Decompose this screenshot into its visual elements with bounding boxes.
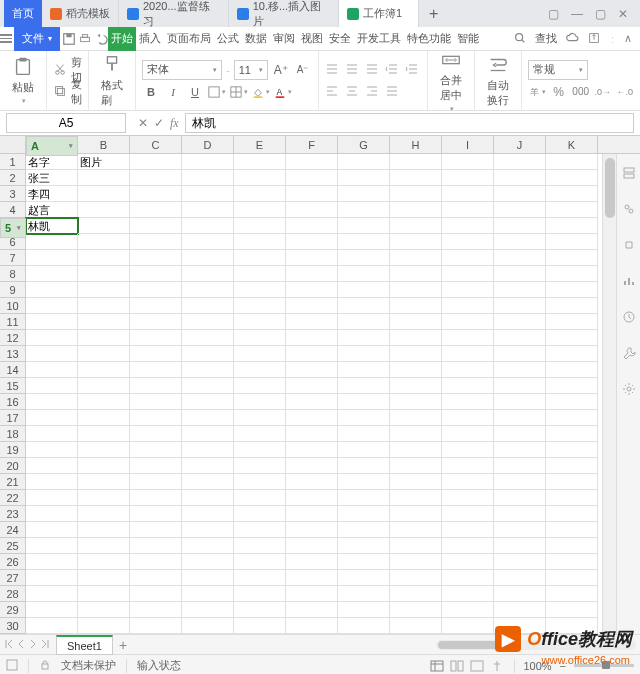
cell-D28[interactable] xyxy=(182,586,234,602)
cell-I11[interactable] xyxy=(442,314,494,330)
row-header-15[interactable]: 15 xyxy=(0,378,26,394)
row-header-14[interactable]: 14 xyxy=(0,362,26,378)
row-header-24[interactable]: 24 xyxy=(0,522,26,538)
cell-H5[interactable] xyxy=(390,218,442,234)
ribbon-opts-icon[interactable]: ▢ xyxy=(548,7,559,21)
add-sheet-button[interactable]: + xyxy=(119,637,127,653)
formula-input[interactable]: 林凯 xyxy=(185,113,634,133)
cell-A9[interactable] xyxy=(26,282,78,298)
cell-I6[interactable] xyxy=(442,234,494,250)
cell-I27[interactable] xyxy=(442,570,494,586)
cell-F5[interactable] xyxy=(286,218,338,234)
row-header-23[interactable]: 23 xyxy=(0,506,26,522)
cell-E24[interactable] xyxy=(234,522,286,538)
cell-C1[interactable] xyxy=(130,154,182,170)
cell-H6[interactable] xyxy=(390,234,442,250)
cell-C14[interactable] xyxy=(130,362,182,378)
app-menu-icon[interactable] xyxy=(0,34,12,43)
cell-A4[interactable]: 赵言 xyxy=(26,202,78,218)
sheet-nav-last-icon[interactable] xyxy=(40,639,50,651)
cell-A3[interactable]: 李四 xyxy=(26,186,78,202)
cell-J15[interactable] xyxy=(494,378,546,394)
cell-I30[interactable] xyxy=(442,618,494,634)
side-settings-icon[interactable] xyxy=(622,382,636,400)
cell-C28[interactable] xyxy=(130,586,182,602)
cell-J19[interactable] xyxy=(494,442,546,458)
cell-J13[interactable] xyxy=(494,346,546,362)
cell-H21[interactable] xyxy=(390,474,442,490)
cell-I10[interactable] xyxy=(442,298,494,314)
cell-E10[interactable] xyxy=(234,298,286,314)
cell-F9[interactable] xyxy=(286,282,338,298)
increase-font-icon[interactable]: A⁺ xyxy=(272,61,290,79)
cell-I29[interactable] xyxy=(442,602,494,618)
cell-I13[interactable] xyxy=(442,346,494,362)
cell-A22[interactable] xyxy=(26,490,78,506)
cell-D1[interactable] xyxy=(182,154,234,170)
column-header-J[interactable]: J xyxy=(494,136,546,153)
thumb-vertical[interactable] xyxy=(605,158,615,218)
row-header-4[interactable]: 4 xyxy=(0,202,26,218)
row-header-28[interactable]: 28 xyxy=(0,586,26,602)
cell-D10[interactable] xyxy=(182,298,234,314)
cell-B8[interactable] xyxy=(78,266,130,282)
status-menu-icon[interactable] xyxy=(6,659,18,673)
cell-D27[interactable] xyxy=(182,570,234,586)
cell-G11[interactable] xyxy=(338,314,390,330)
cell-G29[interactable] xyxy=(338,602,390,618)
cell-A28[interactable] xyxy=(26,586,78,602)
cell-F28[interactable] xyxy=(286,586,338,602)
row-header-5[interactable]: 5 xyxy=(0,218,26,238)
menu-item-devtools[interactable]: 开发工具 xyxy=(354,27,404,51)
cell-B27[interactable] xyxy=(78,570,130,586)
cell-E26[interactable] xyxy=(234,554,286,570)
column-header-I[interactable]: I xyxy=(442,136,494,153)
cell-C19[interactable] xyxy=(130,442,182,458)
cell-K14[interactable] xyxy=(546,362,598,378)
copy-label[interactable]: 复制 xyxy=(71,77,82,107)
cell-A20[interactable] xyxy=(26,458,78,474)
tab-doc-2020[interactable]: 2020...监督练习 xyxy=(119,0,229,27)
underline-button[interactable]: U xyxy=(186,83,204,101)
cell-G28[interactable] xyxy=(338,586,390,602)
add-tab-button[interactable]: + xyxy=(419,5,448,23)
cell-J22[interactable] xyxy=(494,490,546,506)
row-header-25[interactable]: 25 xyxy=(0,538,26,554)
table-style-button[interactable] xyxy=(230,83,248,101)
tab-doc-10[interactable]: 10.移...插入图片 xyxy=(229,0,339,27)
cell-I22[interactable] xyxy=(442,490,494,506)
cell-H28[interactable] xyxy=(390,586,442,602)
cell-J18[interactable] xyxy=(494,426,546,442)
search-icon[interactable] xyxy=(513,31,527,47)
cut-icon[interactable] xyxy=(53,62,67,78)
accept-formula-icon[interactable]: ✓ xyxy=(154,116,164,130)
cell-J11[interactable] xyxy=(494,314,546,330)
cell-B22[interactable] xyxy=(78,490,130,506)
cell-K23[interactable] xyxy=(546,506,598,522)
cell-I3[interactable] xyxy=(442,186,494,202)
cell-D17[interactable] xyxy=(182,410,234,426)
cell-G15[interactable] xyxy=(338,378,390,394)
cell-B2[interactable] xyxy=(78,170,130,186)
cell-J23[interactable] xyxy=(494,506,546,522)
cell-D2[interactable] xyxy=(182,170,234,186)
cell-H30[interactable] xyxy=(390,618,442,634)
row-header-29[interactable]: 29 xyxy=(0,602,26,618)
cell-H10[interactable] xyxy=(390,298,442,314)
cell-K2[interactable] xyxy=(546,170,598,186)
cell-K7[interactable] xyxy=(546,250,598,266)
cell-J3[interactable] xyxy=(494,186,546,202)
cell-G20[interactable] xyxy=(338,458,390,474)
cell-F20[interactable] xyxy=(286,458,338,474)
cell-D5[interactable] xyxy=(182,218,234,234)
cell-I28[interactable] xyxy=(442,586,494,602)
cell-G5[interactable] xyxy=(338,218,390,234)
cell-E30[interactable] xyxy=(234,618,286,634)
file-menu[interactable]: 文件 xyxy=(14,27,60,51)
cell-B3[interactable] xyxy=(78,186,130,202)
cell-E22[interactable] xyxy=(234,490,286,506)
cell-B4[interactable] xyxy=(78,202,130,218)
cell-F26[interactable] xyxy=(286,554,338,570)
cell-D12[interactable] xyxy=(182,330,234,346)
cell-G19[interactable] xyxy=(338,442,390,458)
